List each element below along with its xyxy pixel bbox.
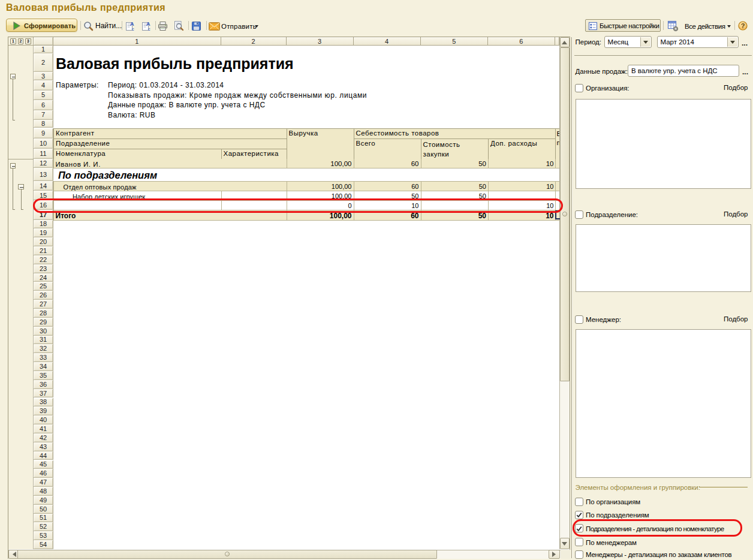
svg-text:A: A <box>130 21 134 27</box>
svg-text:c: c <box>148 27 150 31</box>
svg-text:A: A <box>146 21 150 27</box>
svg-text:c: c <box>132 27 134 31</box>
svg-text:?: ? <box>741 22 745 29</box>
